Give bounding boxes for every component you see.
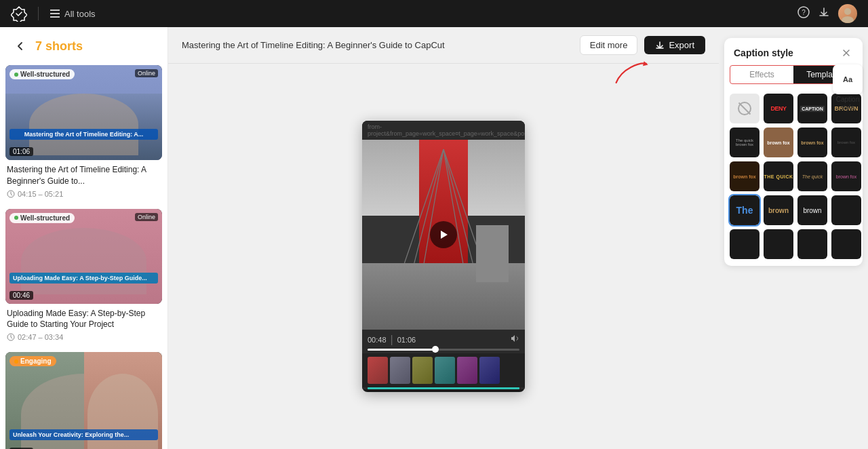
caption-style-row5-3[interactable] bbox=[797, 229, 827, 259]
center-header: Mastering the Art of Timeline Editing: A… bbox=[168, 27, 719, 64]
video-overlay-text: Mastering the Art of Timeline Editing: A… bbox=[9, 129, 158, 140]
arrow-indicator bbox=[610, 56, 651, 92]
caption-style-button[interactable]: Aa bbox=[833, 64, 863, 94]
caption-style-label: Captionstyle bbox=[836, 96, 859, 112]
edit-more-button[interactable]: Edit more bbox=[580, 35, 638, 55]
caption-style-brown-large[interactable]: brown bbox=[764, 195, 793, 225]
timeline-strip bbox=[362, 353, 525, 387]
progress-area[interactable] bbox=[368, 349, 519, 351]
svg-point-2 bbox=[844, 8, 851, 15]
svg-point-3 bbox=[842, 16, 854, 23]
panel-header: Caption style bbox=[724, 38, 863, 65]
video-overlay-text: Uploading Made Easy: A Step-by-Step Guid… bbox=[9, 273, 158, 284]
topbar-right: ? bbox=[797, 4, 857, 23]
app-logo[interactable] bbox=[11, 5, 27, 22]
video-duration: 00:46 bbox=[9, 291, 33, 300]
center-actions: Edit more Export bbox=[580, 35, 705, 55]
topbar-divider bbox=[38, 7, 39, 20]
caption-style-brown-fox-2[interactable]: brown fox bbox=[797, 128, 827, 157]
svg-text:?: ? bbox=[802, 9, 806, 16]
time-total: 01:06 bbox=[397, 336, 416, 344]
timeline-clip[interactable] bbox=[390, 357, 410, 384]
video-top-bar: from-project&from_page=work_space¤t_page… bbox=[362, 121, 525, 140]
tab-effects[interactable]: Effects bbox=[730, 66, 793, 83]
all-tools-button[interactable]: All tools bbox=[50, 8, 96, 19]
export-button[interactable]: Export bbox=[644, 36, 705, 54]
panel-title: Caption style bbox=[734, 47, 793, 58]
video-player-area: from-project&from_page=work_space¤t_page… bbox=[168, 64, 719, 449]
video-meta: 02:47 – 03:34 bbox=[7, 333, 161, 341]
caption-style-dark-4[interactable]: brown fox bbox=[831, 128, 861, 157]
topbar: All tools ? bbox=[0, 0, 868, 27]
video-duration: 01:06 bbox=[9, 147, 33, 156]
list-item[interactable]: Engaging Unleash Your Creativity: Explor… bbox=[5, 352, 162, 449]
caption-style-grid: DENY CAPTION BROWN The quick brown fox b… bbox=[724, 87, 863, 266]
video-meta: 04:15 – 05:21 bbox=[7, 190, 161, 198]
caption-style-pink-dark[interactable]: brown fox bbox=[831, 161, 861, 191]
user-avatar[interactable] bbox=[838, 4, 857, 23]
caption-style-brown-plain[interactable]: brown bbox=[797, 195, 827, 225]
timeline-clip[interactable] bbox=[457, 357, 477, 384]
list-item[interactable]: Well-structured Online Uploading Made Ea… bbox=[5, 209, 162, 342]
timeline-clip[interactable] bbox=[479, 357, 500, 384]
online-badge: Online bbox=[135, 213, 158, 221]
caption-style-deny[interactable]: DENY bbox=[764, 94, 793, 123]
video-list: Well-structured Online Mastering the Art… bbox=[0, 65, 167, 449]
badge-well-structured: Well-structured bbox=[9, 213, 75, 223]
right-panel: Aa Captionstyle Caption style Effects Te… bbox=[719, 27, 868, 449]
video-timeline: 00:48 | 01:06 bbox=[362, 330, 525, 389]
caption-style-float: Aa Captionstyle bbox=[833, 64, 863, 112]
center-panel: Mastering the Art of Timeline Editing: A… bbox=[168, 27, 719, 449]
badge-well-structured: Well-structured bbox=[9, 69, 75, 79]
time-bar: 00:48 | 01:06 bbox=[362, 330, 525, 349]
volume-icon[interactable] bbox=[510, 334, 519, 346]
back-button[interactable] bbox=[11, 37, 30, 56]
video-player: from-project&from_page=work_space¤t_page… bbox=[362, 121, 525, 392]
video-title: Mastering the Art of Timeline Editing: A… bbox=[7, 164, 161, 187]
video-info: Mastering the Art of Timeline Editing: A… bbox=[5, 160, 162, 198]
timeline-clip[interactable] bbox=[368, 357, 388, 384]
list-item[interactable]: Well-structured Online Mastering the Art… bbox=[5, 65, 162, 198]
time-current: 00:48 bbox=[368, 336, 387, 344]
panel-close-button[interactable] bbox=[840, 46, 853, 60]
sidebar-header: 7 shorts bbox=[0, 27, 167, 65]
video-frame bbox=[362, 140, 525, 330]
timeline-clip[interactable] bbox=[412, 357, 433, 384]
play-button[interactable] bbox=[430, 221, 457, 248]
caption-style-quick-brown-1[interactable]: The quick brown fox bbox=[730, 128, 760, 157]
center-title: Mastering the Art of Timeline Editing: A… bbox=[182, 40, 445, 50]
help-icon[interactable]: ? bbox=[797, 6, 810, 21]
caption-style-the-quick-italic[interactable]: The quick bbox=[797, 161, 827, 191]
timeline-clip[interactable] bbox=[435, 357, 455, 384]
video-thumbnail: Well-structured Online Mastering the Art… bbox=[5, 65, 162, 160]
caption-style-row5-2[interactable] bbox=[764, 229, 793, 259]
main-content: 7 shorts Well-structured Online bbox=[0, 27, 868, 449]
caption-style-none[interactable] bbox=[730, 94, 760, 123]
caption-style-caption[interactable]: CAPTION bbox=[797, 94, 827, 123]
video-thumbnail: Engaging Unleash Your Creativity: Explor… bbox=[5, 352, 162, 449]
timeline-green-bar bbox=[368, 387, 519, 389]
caption-style-row5-1[interactable] bbox=[730, 229, 760, 259]
caption-style-the-quick-2[interactable]: THE QUICK bbox=[764, 161, 793, 191]
caption-style-row5-4[interactable] bbox=[831, 229, 861, 259]
video-info: Uploading Made Easy: A Step-by-Step Guid… bbox=[5, 304, 162, 342]
download-icon[interactable] bbox=[818, 6, 830, 21]
caption-style-brown-fox-1[interactable]: brown fox bbox=[764, 128, 793, 157]
caption-style-the-large[interactable]: The bbox=[730, 195, 760, 225]
sidebar: 7 shorts Well-structured Online bbox=[0, 27, 168, 449]
video-title: Uploading Made Easy: A Step-by-Step Guid… bbox=[7, 308, 161, 331]
video-thumbnail: Well-structured Online Uploading Made Ea… bbox=[5, 209, 162, 304]
caption-style-dark-empty-4[interactable] bbox=[831, 195, 861, 225]
sidebar-title: 7 shorts bbox=[35, 39, 83, 54]
online-badge: Online bbox=[135, 69, 158, 77]
badge-engaging: Engaging bbox=[9, 356, 56, 366]
video-overlay-text: Unleash Your Creativity: Exploring the..… bbox=[9, 429, 158, 440]
caption-style-brown-dark[interactable]: brown fox bbox=[730, 161, 760, 191]
